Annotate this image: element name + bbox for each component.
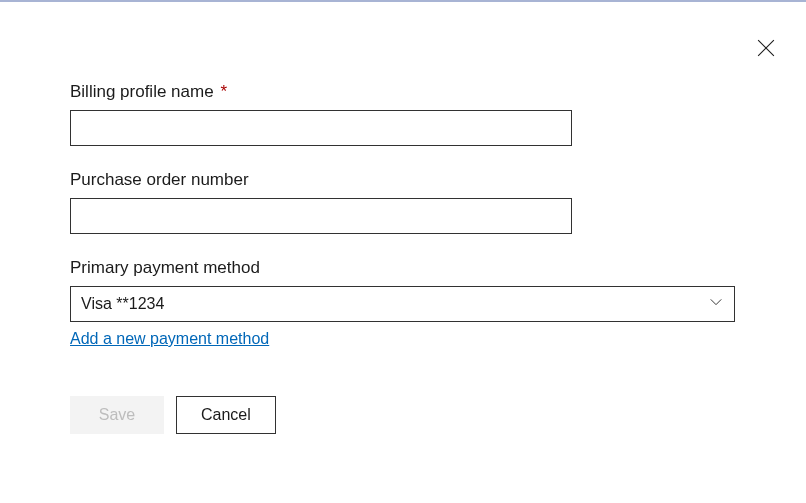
close-icon (757, 39, 775, 61)
primary-payment-method-label: Primary payment method (70, 258, 736, 278)
button-row: Save Cancel (70, 396, 736, 434)
billing-profile-name-input[interactable] (70, 110, 572, 146)
close-button[interactable] (756, 40, 776, 60)
required-indicator: * (220, 82, 227, 101)
purchase-order-number-group: Purchase order number (70, 170, 736, 234)
payment-method-select-wrapper: Visa **1234 (70, 286, 735, 322)
cancel-button[interactable]: Cancel (176, 396, 276, 434)
billing-form: Billing profile name * Purchase order nu… (0, 2, 806, 434)
add-payment-method-link[interactable]: Add a new payment method (70, 330, 269, 348)
primary-payment-method-select[interactable]: Visa **1234 (70, 286, 735, 322)
billing-profile-name-label-text: Billing profile name (70, 82, 214, 101)
save-button[interactable]: Save (70, 396, 164, 434)
billing-profile-name-label: Billing profile name * (70, 82, 736, 102)
billing-profile-name-group: Billing profile name * (70, 82, 736, 146)
purchase-order-number-label: Purchase order number (70, 170, 736, 190)
primary-payment-method-group: Primary payment method Visa **1234 Add a… (70, 258, 736, 348)
purchase-order-number-input[interactable] (70, 198, 572, 234)
